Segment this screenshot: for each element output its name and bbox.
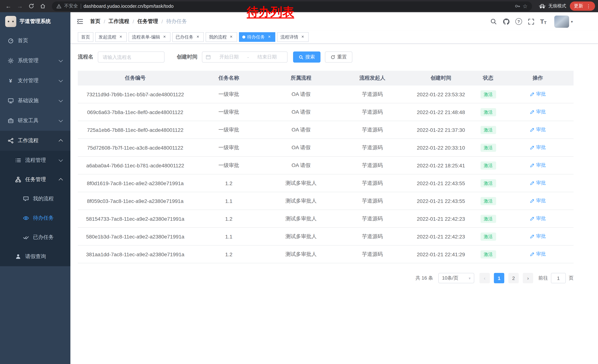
sidebar-item-home[interactable]: 首页 — [0, 31, 70, 51]
url-text[interactable]: dashboard.yudao.iocoder.cn/bpm/task/todo — [83, 4, 174, 9]
chevron-down-icon: ▾ — [469, 276, 471, 280]
logo[interactable]: 芋道管理系统 — [0, 12, 70, 31]
sidebar-item-task-mgmt[interactable]: 任务管理 — [0, 170, 70, 189]
search-button[interactable]: 搜索 — [293, 51, 321, 63]
tab-process-detail[interactable]: 流程详情 × — [277, 32, 309, 42]
cell-task-name: 1.1 — [193, 227, 265, 245]
security-label[interactable]: 不安全 — [64, 3, 78, 9]
edit-icon — [530, 145, 535, 150]
user-avatar[interactable] — [554, 15, 569, 28]
browser-back-icon[interactable]: ← — [3, 1, 14, 11]
cell-initiator: 芋道源码 — [337, 121, 407, 139]
tab-form-edit[interactable]: 流程表单-编辑 × — [129, 32, 170, 42]
tab-my-process[interactable]: 我的流程 × — [206, 32, 237, 42]
approve-button[interactable]: 审批 — [530, 126, 546, 133]
user-menu[interactable]: ▾ — [554, 15, 573, 28]
browser-refresh-icon[interactable] — [26, 1, 37, 11]
tab-label: 待办任务 — [247, 34, 265, 40]
date-range-picker[interactable]: 开始日期 - 结束日期 — [202, 51, 288, 63]
approve-button[interactable]: 审批 — [530, 162, 546, 169]
table-row: 58154733-7ac8-11ec-a9e2-a2380e71991a 1.2… — [78, 210, 573, 227]
col-task-id: 任务编号 — [78, 71, 193, 86]
sidebar-item-payment[interactable]: ¥ 支付管理 — [0, 71, 70, 91]
col-task-name: 任务名称 — [193, 71, 265, 86]
cell-create-time: 2022-01-21 22:41:29 — [407, 245, 474, 263]
status-badge: 激活 — [480, 179, 496, 187]
goto-page-input[interactable] — [551, 273, 566, 283]
start-date-placeholder[interactable]: 开始日期 — [212, 54, 246, 60]
task-table: 任务编号 任务名称 所属流程 流程发起人 创建时间 状态 操作 73211d9d… — [78, 71, 573, 263]
github-icon[interactable] — [503, 18, 510, 25]
sidebar-item-todo-tasks[interactable]: 待办任务 — [0, 209, 70, 228]
cell-create-time: 2022-01-22 21:48:48 — [407, 103, 474, 121]
sidebar-item-devtools[interactable]: 研发工具 — [0, 111, 70, 131]
status-badge: 激活 — [480, 197, 496, 205]
pagination: 共 16 条 10条/页 ▾ ‹ 1 2 › 前往 页 — [78, 273, 573, 283]
tab-close-icon[interactable]: × — [162, 34, 167, 40]
cell-task-id: 580e1b3d-7ac8-11ec-a9e2-a2380e71991a — [78, 227, 193, 245]
update-button[interactable]: 更新 ⋮ — [570, 1, 595, 11]
sidebar-item-label: 请假查询 — [25, 253, 46, 260]
sidebar-item-done-tasks[interactable]: 已办任务 — [0, 228, 70, 247]
approve-label: 审批 — [536, 126, 546, 133]
task-table-body: 73211d9d-7b9b-11ec-b5b7-acde48001122 一级审… — [78, 86, 573, 263]
tab-todo-tasks[interactable]: 待办任务 × — [239, 32, 275, 42]
approve-button[interactable]: 审批 — [530, 233, 546, 240]
browser-forward-icon[interactable]: → — [15, 1, 25, 11]
end-date-placeholder[interactable]: 结束日期 — [250, 54, 284, 60]
approve-label: 审批 — [536, 162, 546, 169]
cell-actions: 审批 — [502, 210, 573, 227]
tab-home[interactable]: 首页 — [78, 32, 93, 42]
cell-task-id: 8f059c03-7ac8-11ec-a9e2-a2380e71991a — [78, 192, 193, 210]
cell-initiator: 芋道源码 — [337, 210, 407, 227]
tab-close-icon[interactable]: × — [300, 34, 305, 40]
help-icon[interactable]: ? — [515, 18, 522, 25]
next-page-button[interactable]: › — [523, 273, 533, 283]
page-button-2[interactable]: 2 — [508, 273, 519, 283]
cell-actions: 审批 — [502, 121, 573, 139]
approve-button[interactable]: 审批 — [530, 215, 546, 222]
cell-actions: 审批 — [502, 103, 573, 121]
tab-done-tasks[interactable]: 已办任务 × — [172, 32, 204, 42]
approve-button[interactable]: 审批 — [530, 91, 546, 97]
cell-actions: 审批 — [502, 245, 573, 263]
cell-task-id: 725a1eb6-7b88-11ec-8ef0-acde48001122 — [78, 121, 193, 139]
sidebar-item-leave-query[interactable]: 请假查询 — [0, 247, 70, 266]
breadcrumb-workflow[interactable]: 工作流程 — [108, 18, 129, 25]
fullscreen-icon[interactable] — [528, 18, 535, 25]
breadcrumb-task-mgmt[interactable]: 任务管理 — [137, 18, 158, 25]
reset-button[interactable]: 重置 — [325, 51, 352, 63]
approve-button[interactable]: 审批 — [530, 251, 546, 258]
key-icon[interactable] — [515, 3, 520, 9]
approve-button[interactable]: 审批 — [530, 198, 546, 204]
calendar-icon — [206, 54, 211, 60]
sidebar-item-system[interactable]: 系统管理 — [0, 51, 70, 71]
tab-label: 我的流程 — [209, 34, 227, 40]
approve-button[interactable]: 审批 — [530, 180, 546, 186]
workflow-icon — [8, 138, 14, 144]
sidebar-item-process-mgmt[interactable]: 流程管理 — [0, 151, 70, 170]
page-button-1[interactable]: 1 — [494, 273, 504, 283]
sidebar-item-workflow[interactable]: 工作流程 — [0, 131, 70, 151]
browser-home-icon[interactable] — [37, 1, 48, 11]
sidebar-item-infra[interactable]: 基础设施 — [0, 91, 70, 111]
status-badge: 激活 — [480, 144, 496, 152]
tab-close-icon[interactable]: × — [229, 34, 234, 40]
approve-button[interactable]: 审批 — [530, 109, 546, 115]
breadcrumb-home[interactable]: 首页 — [90, 18, 100, 25]
bookmark-star-icon[interactable]: ☆ — [523, 3, 528, 9]
approve-button[interactable]: 审批 — [530, 144, 546, 151]
tab-close-icon[interactable]: × — [267, 34, 272, 40]
sidebar-item-my-process[interactable]: 我的流程 — [0, 189, 70, 209]
font-size-icon[interactable]: TT — [540, 18, 547, 25]
process-name-input[interactable] — [98, 51, 165, 63]
prev-page-button[interactable]: ‹ — [479, 273, 490, 283]
tab-close-icon[interactable]: × — [118, 34, 123, 40]
tab-close-icon[interactable]: × — [195, 34, 200, 40]
sidebar-collapse-icon[interactable] — [76, 17, 84, 25]
message-icon — [23, 196, 29, 202]
search-icon[interactable] — [490, 18, 497, 25]
tab-start-process[interactable]: 发起流程 × — [95, 32, 127, 42]
page-size-select[interactable]: 10条/页 ▾ — [438, 273, 474, 283]
browser-menu-icon[interactable]: ⋮ — [586, 3, 591, 9]
